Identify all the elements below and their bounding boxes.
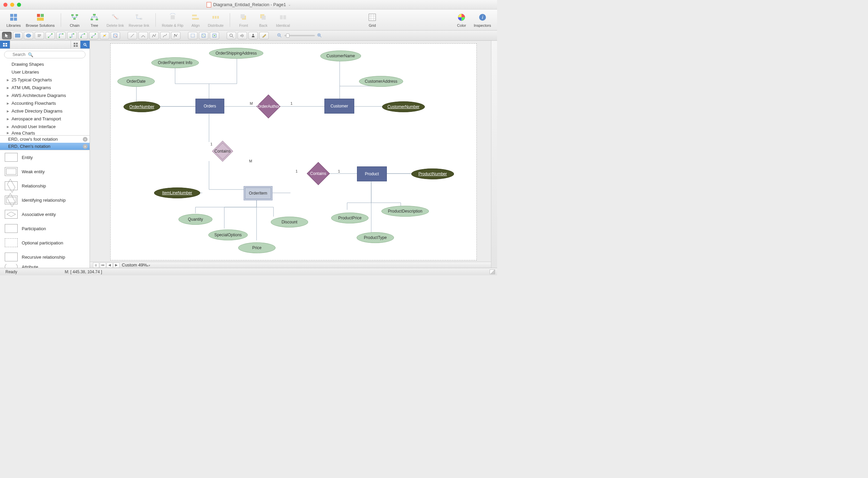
- sidebar-category[interactable]: User Libraries: [0, 68, 90, 76]
- align-button[interactable]: Align: [188, 13, 203, 27]
- tab-crowfoot[interactable]: ERD, crow's foot notation×: [0, 136, 90, 143]
- zoom-out-icon[interactable]: [277, 33, 282, 38]
- page[interactable]: OrderDate OrderPayment Info OrderShippin…: [110, 43, 477, 260]
- delete-link-button[interactable]: Delete link: [107, 13, 124, 27]
- search-view-icon[interactable]: [80, 41, 90, 48]
- entity-orders[interactable]: Orders: [195, 99, 224, 114]
- search-input[interactable]: [4, 51, 86, 58]
- sidebar-category[interactable]: ▶25 Typical Orgcharts: [0, 76, 90, 84]
- connector-1[interactable]: [45, 32, 55, 39]
- front-button[interactable]: Front: [236, 13, 251, 27]
- line-tool-3[interactable]: [149, 32, 159, 39]
- entity-order-item[interactable]: OrderItem: [244, 186, 272, 200]
- entity-customer[interactable]: Customer: [324, 99, 354, 114]
- document-title[interactable]: Diagrama_Entidad_Relacion - Page1 ⌄: [206, 2, 291, 7]
- connector-5[interactable]: [89, 32, 98, 39]
- attr-order-shipping[interactable]: OrderShippingAddress: [209, 48, 263, 59]
- tree-button[interactable]: Tree: [87, 13, 102, 27]
- attr-order-payment[interactable]: OrderPayment Info: [151, 57, 199, 68]
- sidebar-category[interactable]: Drawing Shapes: [0, 60, 90, 68]
- attr-item-line-number[interactable]: ItemLineNumber: [154, 187, 200, 198]
- next-page-icon[interactable]: ▶: [113, 262, 119, 268]
- color-button[interactable]: Color: [454, 13, 469, 27]
- sidebar-category[interactable]: ▶Aerospace and Transport: [0, 115, 90, 123]
- reverse-link-button[interactable]: Reverse link: [129, 13, 149, 27]
- shape-entity[interactable]: Entity: [0, 150, 90, 164]
- library-view-icon[interactable]: [0, 41, 10, 48]
- sidebar-category[interactable]: ▶AWS Architecture Diagrams: [0, 92, 90, 99]
- text-tool[interactable]: [35, 32, 44, 39]
- attr-customer-name[interactable]: CustomerName: [320, 51, 361, 61]
- sidebar-category[interactable]: ▶Area Charts: [0, 131, 90, 135]
- pencil-tool[interactable]: [259, 32, 269, 39]
- inspectors-button[interactable]: i Inspectors: [474, 13, 491, 27]
- split-icon[interactable]: ⫼: [93, 262, 99, 268]
- rotate-flip-button[interactable]: Rotate & Flip: [162, 13, 184, 27]
- rect-tool[interactable]: [13, 32, 22, 39]
- zoom-slider[interactable]: [277, 33, 322, 38]
- libraries-button[interactable]: Libraries: [6, 13, 21, 27]
- zoom-selector[interactable]: Custom 49%▴▾: [122, 262, 150, 267]
- first-page-icon[interactable]: ⏮: [100, 262, 106, 268]
- sidebar-category[interactable]: ▶Active Directory Diagrams: [0, 107, 90, 115]
- resize-grip-icon[interactable]: [490, 270, 495, 274]
- person-tool[interactable]: [248, 32, 258, 39]
- shape-recursive-relationship[interactable]: Recursive relationship: [0, 250, 90, 264]
- connector-3[interactable]: [67, 32, 77, 39]
- attr-discount[interactable]: Discount: [271, 217, 308, 227]
- shape-optional-participation[interactable]: Optional participation: [0, 236, 90, 250]
- tab-chen[interactable]: ERD, Chen's notation×: [0, 143, 90, 150]
- grid-button[interactable]: Grid: [365, 13, 380, 27]
- browse-solutions-button[interactable]: Browse Solutions: [26, 13, 55, 27]
- select-tool-2[interactable]: [199, 32, 208, 39]
- select-tool-3[interactable]: [210, 32, 219, 39]
- close-icon[interactable]: ×: [83, 144, 88, 149]
- attr-customer-address[interactable]: CustomerAddress: [359, 76, 403, 87]
- shape-associative-entity[interactable]: Associative entity: [0, 207, 90, 221]
- select-tool-1[interactable]: [188, 32, 197, 39]
- shape-weak-entity[interactable]: Weak entity: [0, 164, 90, 179]
- pointer-tool[interactable]: [2, 32, 12, 39]
- attr-order-number[interactable]: OrderNumber: [124, 101, 160, 112]
- attr-product-price[interactable]: ProductPrice: [331, 213, 369, 223]
- line-tool-4[interactable]: [160, 32, 170, 39]
- identical-button[interactable]: Identical: [276, 13, 290, 27]
- prev-page-icon[interactable]: ◀: [107, 262, 113, 268]
- line-tool-1[interactable]: [128, 32, 137, 39]
- grid-view-icon[interactable]: [71, 41, 80, 48]
- attr-special-options[interactable]: SpecialOptions: [208, 230, 248, 240]
- chain-button[interactable]: Chain: [67, 13, 82, 27]
- line-tool-5[interactable]: [171, 32, 181, 39]
- sidebar-category[interactable]: ▶Android User Interface: [0, 123, 90, 131]
- sidebar-category[interactable]: ▶Accounting Flowcharts: [0, 99, 90, 107]
- connector-6[interactable]: [100, 32, 109, 39]
- attr-price[interactable]: Price: [238, 242, 276, 253]
- shape-identifying-relationship[interactable]: Identifying relationship: [0, 193, 90, 207]
- connector-7[interactable]: [111, 32, 120, 39]
- shape-attribute[interactable]: Attribute: [0, 264, 90, 268]
- attr-customer-number[interactable]: CustomerNumber: [382, 101, 425, 112]
- distribute-button[interactable]: Distribute: [208, 13, 223, 27]
- canvas[interactable]: OrderDate OrderPayment Info OrderShippin…: [90, 41, 491, 268]
- connector-2[interactable]: [56, 32, 66, 39]
- entity-product[interactable]: Product: [357, 166, 387, 181]
- attr-product-description[interactable]: ProductDescription: [381, 206, 429, 217]
- attr-product-type[interactable]: ProductType: [357, 232, 394, 243]
- rel-contains-1[interactable]: Contains: [212, 141, 233, 162]
- close-window-icon[interactable]: [3, 3, 7, 7]
- minimize-window-icon[interactable]: [10, 3, 14, 7]
- shape-participation[interactable]: Participation: [0, 221, 90, 236]
- connector-4[interactable]: [78, 32, 88, 39]
- zoom-tool[interactable]: [227, 32, 236, 39]
- shape-relationship[interactable]: Relationship: [0, 179, 90, 193]
- zoom-window-icon[interactable]: [17, 3, 21, 7]
- attr-order-date[interactable]: OrderDate: [117, 76, 155, 87]
- pan-tool[interactable]: [238, 32, 247, 39]
- attr-product-number[interactable]: ProductNumber: [411, 168, 454, 179]
- rel-contains-2[interactable]: Contains: [307, 162, 330, 185]
- close-icon[interactable]: ×: [83, 137, 88, 142]
- back-button[interactable]: Back: [256, 13, 271, 27]
- line-tool-2[interactable]: [138, 32, 148, 39]
- sidebar-category[interactable]: ▶ATM UML Diagrams: [0, 84, 90, 92]
- attr-quantity[interactable]: Quantity: [178, 214, 212, 225]
